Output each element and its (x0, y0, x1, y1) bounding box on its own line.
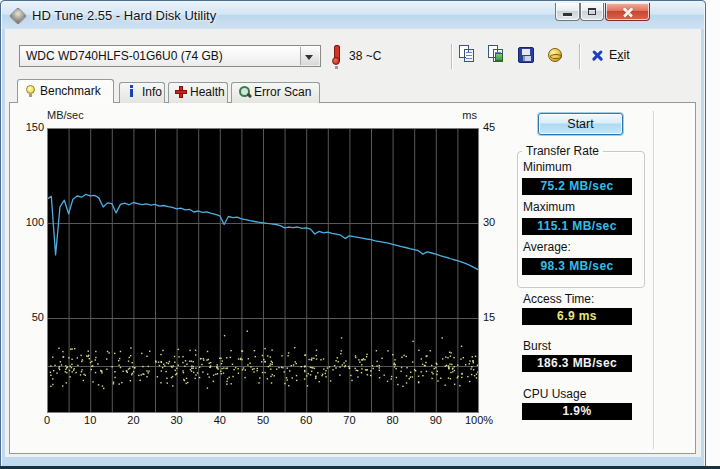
axis-tick-label: 150 (26, 121, 44, 133)
tab-health[interactable]: Health (168, 82, 228, 103)
axis-tick-label: 60 (286, 414, 326, 426)
red-cross-icon (175, 86, 187, 98)
cpu-usage-label: CPU Usage (523, 387, 586, 401)
benchmark-plot (47, 128, 479, 413)
magnifier-icon (239, 86, 252, 99)
left-axis-ticks: 15010050 (15, 128, 44, 413)
window-title: HD Tune 2.55 - Hard Disk Utility (32, 8, 216, 23)
axis-tick-label: 50 (243, 414, 283, 426)
x-axis-ticks: 0102030405060708090100% (47, 414, 497, 429)
benchmark-plot-svg (47, 128, 479, 413)
left-axis-unit-label: MB/sec (47, 109, 84, 121)
title-bar[interactable]: HD Tune 2.55 - Hard Disk Utility (2, 2, 704, 29)
tab-error-scan[interactable]: Error Scan (231, 82, 320, 103)
exit-button[interactable]: Exit (589, 45, 643, 67)
axis-tick-label: 40 (200, 414, 240, 426)
toolbar-separator (579, 44, 580, 69)
axis-tick-label: 100 (26, 216, 44, 228)
axis-tick-label: 50 (32, 311, 44, 323)
close-button[interactable] (605, 3, 650, 21)
app-icon (9, 7, 27, 25)
exit-label: Exit (609, 48, 630, 62)
access-time-label: Access Time: (523, 292, 594, 306)
minimize-button[interactable] (555, 3, 580, 21)
vertical-separator (653, 111, 654, 449)
minimum-value: 75.2 MB/sec (522, 178, 632, 195)
right-axis-unit-label: ms (453, 109, 477, 121)
tab-info[interactable]: Info (119, 82, 165, 103)
minimum-label: Minimum (523, 160, 572, 174)
copy-text-button[interactable] (457, 44, 481, 68)
cpu-usage-value: 1.9% (522, 403, 632, 420)
start-button[interactable]: Start (538, 113, 623, 135)
axis-tick-label: 100% (465, 414, 505, 426)
burst-value: 186.3 MB/sec (522, 355, 632, 372)
save-screenshot-button[interactable] (515, 44, 539, 68)
copy-image-button[interactable] (486, 44, 510, 68)
axis-tick-label: 70 (329, 414, 369, 426)
chevron-down-icon (305, 55, 313, 60)
access-time-value: 6.9 ms (522, 308, 632, 325)
maximum-label: Maximum (523, 200, 575, 214)
maximize-icon (588, 8, 596, 15)
axis-tick-label: 80 (373, 414, 413, 426)
info-icon (128, 85, 135, 97)
toolbar-separator (451, 44, 452, 69)
average-value: 98.3 MB/sec (522, 258, 632, 275)
axis-tick-label: 30 (157, 414, 197, 426)
transfer-rate-group-label: Transfer Rate (522, 144, 603, 158)
close-icon (622, 7, 634, 17)
right-axis-ticks: 453015 (483, 128, 509, 413)
floppy-save-icon (518, 47, 534, 63)
blue-x-icon (591, 50, 604, 62)
desktop-background-strip (705, 0, 720, 466)
dropdown-arrow-box[interactable] (300, 47, 319, 65)
website-button[interactable] (544, 44, 568, 68)
axis-tick-label: 30 (483, 216, 495, 228)
axis-tick-label: 15 (483, 311, 495, 323)
minimize-icon (563, 13, 572, 16)
burst-label: Burst (523, 339, 551, 353)
drive-selector-dropdown[interactable]: WDC WD740HLFS-01G6U0 (74 GB) (19, 45, 321, 67)
gold-globe-icon (548, 48, 562, 62)
tab-benchmark[interactable]: Benchmark (17, 79, 114, 103)
axis-tick-label: 90 (416, 414, 456, 426)
hd-tune-window: HD Tune 2.55 - Hard Disk Utility WDC WD7… (0, 0, 706, 468)
temperature-readout: 38 ~C (349, 49, 381, 63)
drive-selector-value: WDC WD740HLFS-01G6U0 (74 GB) (26, 49, 223, 63)
maximize-button[interactable] (580, 3, 604, 21)
maximum-value: 115.1 MB/sec (522, 218, 632, 235)
thermometer-icon (331, 45, 341, 66)
desktop-stage: HD Tune 2.55 - Hard Disk Utility WDC WD7… (0, 0, 720, 469)
bulb-icon (26, 85, 35, 94)
axis-tick-label: 45 (483, 121, 495, 133)
axis-tick-label: 10 (70, 414, 110, 426)
axis-tick-label: 20 (113, 414, 153, 426)
average-label: Average: (523, 240, 571, 254)
axis-tick-label: 0 (27, 414, 67, 426)
